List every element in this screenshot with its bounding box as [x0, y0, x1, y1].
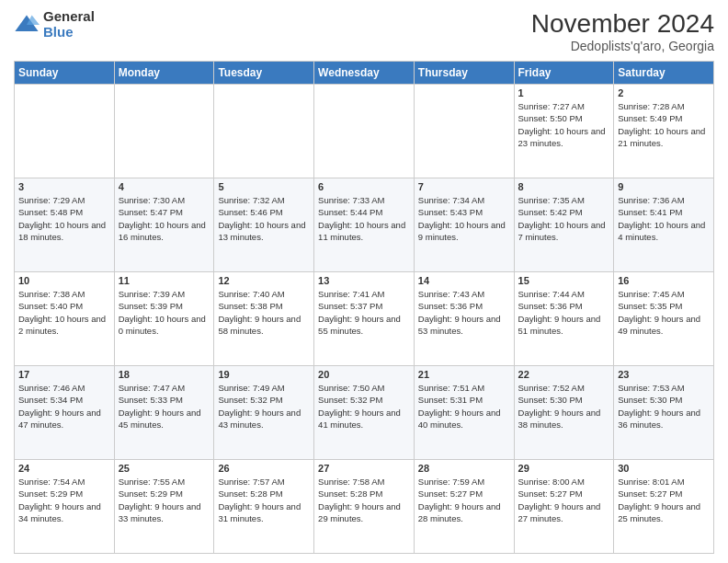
calendar-cell: [414, 85, 514, 178]
calendar-cell: 17Sunrise: 7:46 AM Sunset: 5:34 PM Dayli…: [15, 366, 115, 460]
day-info: Sunrise: 7:40 AM Sunset: 5:38 PM Dayligh…: [218, 288, 310, 337]
day-info: Sunrise: 7:47 AM Sunset: 5:33 PM Dayligh…: [119, 382, 210, 431]
calendar-cell: 13Sunrise: 7:41 AM Sunset: 5:37 PM Dayli…: [314, 272, 415, 366]
day-number: 3: [18, 181, 110, 192]
calendar-cell: 16Sunrise: 7:45 AM Sunset: 5:35 PM Dayli…: [614, 272, 714, 366]
day-number: 11: [119, 275, 210, 286]
day-info: Sunrise: 7:41 AM Sunset: 5:37 PM Dayligh…: [318, 288, 410, 337]
calendar-cell: [114, 85, 214, 178]
calendar-day-header: Sunday: [15, 62, 115, 85]
calendar-cell: 27Sunrise: 7:58 AM Sunset: 5:28 PM Dayli…: [314, 460, 415, 554]
location: Dedoplists'q'aro, Georgia: [531, 39, 714, 53]
day-info: Sunrise: 7:34 AM Sunset: 5:43 PM Dayligh…: [418, 194, 510, 243]
day-info: Sunrise: 7:54 AM Sunset: 5:29 PM Dayligh…: [18, 476, 110, 524]
day-info: Sunrise: 8:00 AM Sunset: 5:27 PM Dayligh…: [518, 476, 610, 524]
day-info: Sunrise: 7:27 AM Sunset: 5:50 PM Dayligh…: [518, 100, 610, 149]
calendar-cell: 15Sunrise: 7:44 AM Sunset: 5:36 PM Dayli…: [514, 272, 614, 366]
logo: General Blue: [14, 9, 95, 40]
day-number: 27: [318, 463, 410, 474]
logo-blue: Blue: [43, 25, 95, 40]
calendar-week-row: 24Sunrise: 7:54 AM Sunset: 5:29 PM Dayli…: [15, 460, 714, 554]
day-number: 23: [618, 369, 710, 380]
day-number: 24: [18, 463, 110, 474]
day-info: Sunrise: 7:58 AM Sunset: 5:28 PM Dayligh…: [318, 476, 410, 524]
day-number: 26: [218, 463, 310, 474]
day-info: Sunrise: 7:51 AM Sunset: 5:31 PM Dayligh…: [418, 382, 510, 431]
day-number: 21: [418, 369, 510, 380]
day-number: 8: [518, 181, 610, 192]
day-info: Sunrise: 7:28 AM Sunset: 5:49 PM Dayligh…: [618, 100, 710, 149]
day-info: Sunrise: 7:45 AM Sunset: 5:35 PM Dayligh…: [618, 288, 710, 337]
calendar-day-header: Monday: [114, 62, 214, 85]
day-info: Sunrise: 7:30 AM Sunset: 5:47 PM Dayligh…: [119, 194, 210, 243]
day-number: 29: [518, 463, 610, 474]
day-info: Sunrise: 7:49 AM Sunset: 5:32 PM Dayligh…: [218, 382, 310, 431]
day-number: 14: [418, 275, 510, 286]
calendar-cell: 19Sunrise: 7:49 AM Sunset: 5:32 PM Dayli…: [214, 366, 314, 460]
calendar-week-row: 10Sunrise: 7:38 AM Sunset: 5:40 PM Dayli…: [15, 272, 714, 366]
day-info: Sunrise: 7:33 AM Sunset: 5:44 PM Dayligh…: [318, 194, 410, 243]
day-info: Sunrise: 7:43 AM Sunset: 5:36 PM Dayligh…: [418, 288, 510, 337]
calendar-cell: 12Sunrise: 7:40 AM Sunset: 5:38 PM Dayli…: [214, 272, 314, 366]
calendar-cell: [214, 85, 314, 178]
calendar-day-header: Thursday: [414, 62, 514, 85]
day-info: Sunrise: 7:52 AM Sunset: 5:30 PM Dayligh…: [518, 382, 610, 431]
calendar-cell: 4Sunrise: 7:30 AM Sunset: 5:47 PM Daylig…: [114, 178, 214, 272]
calendar-cell: 11Sunrise: 7:39 AM Sunset: 5:39 PM Dayli…: [114, 272, 214, 366]
day-number: 13: [318, 275, 410, 286]
page: General Blue November 2024 Dedoplists'q'…: [0, 0, 728, 563]
calendar-cell: 2Sunrise: 7:28 AM Sunset: 5:49 PM Daylig…: [614, 85, 714, 178]
calendar-cell: 24Sunrise: 7:54 AM Sunset: 5:29 PM Dayli…: [15, 460, 115, 554]
calendar-cell: 1Sunrise: 7:27 AM Sunset: 5:50 PM Daylig…: [514, 85, 614, 178]
calendar-day-header: Saturday: [614, 62, 714, 85]
day-number: 2: [618, 87, 710, 98]
day-number: 25: [119, 463, 210, 474]
logo-text: General Blue: [43, 9, 95, 40]
calendar-cell: 9Sunrise: 7:36 AM Sunset: 5:41 PM Daylig…: [614, 178, 714, 272]
calendar-cell: 22Sunrise: 7:52 AM Sunset: 5:30 PM Dayli…: [514, 366, 614, 460]
day-info: Sunrise: 7:29 AM Sunset: 5:48 PM Dayligh…: [18, 194, 110, 243]
calendar-cell: 25Sunrise: 7:55 AM Sunset: 5:29 PM Dayli…: [114, 460, 214, 554]
day-info: Sunrise: 7:36 AM Sunset: 5:41 PM Dayligh…: [618, 194, 710, 243]
day-number: 30: [618, 463, 710, 474]
month-title: November 2024: [531, 9, 714, 39]
header: General Blue November 2024 Dedoplists'q'…: [14, 9, 714, 53]
day-info: Sunrise: 7:38 AM Sunset: 5:40 PM Dayligh…: [18, 288, 110, 337]
calendar-cell: 23Sunrise: 7:53 AM Sunset: 5:30 PM Dayli…: [614, 366, 714, 460]
calendar-day-header: Wednesday: [314, 62, 415, 85]
day-number: 19: [218, 369, 310, 380]
day-info: Sunrise: 7:39 AM Sunset: 5:39 PM Dayligh…: [119, 288, 210, 337]
calendar-cell: 7Sunrise: 7:34 AM Sunset: 5:43 PM Daylig…: [414, 178, 514, 272]
calendar-cell: 5Sunrise: 7:32 AM Sunset: 5:46 PM Daylig…: [214, 178, 314, 272]
day-number: 22: [518, 369, 610, 380]
calendar-table: SundayMondayTuesdayWednesdayThursdayFrid…: [14, 61, 714, 554]
day-info: Sunrise: 7:53 AM Sunset: 5:30 PM Dayligh…: [618, 382, 710, 431]
calendar-cell: 26Sunrise: 7:57 AM Sunset: 5:28 PM Dayli…: [214, 460, 314, 554]
day-info: Sunrise: 7:50 AM Sunset: 5:32 PM Dayligh…: [318, 382, 410, 431]
day-info: Sunrise: 7:46 AM Sunset: 5:34 PM Dayligh…: [18, 382, 110, 431]
calendar-cell: 3Sunrise: 7:29 AM Sunset: 5:48 PM Daylig…: [15, 178, 115, 272]
calendar-cell: [314, 85, 415, 178]
day-number: 10: [18, 275, 110, 286]
calendar-week-row: 17Sunrise: 7:46 AM Sunset: 5:34 PM Dayli…: [15, 366, 714, 460]
day-info: Sunrise: 7:35 AM Sunset: 5:42 PM Dayligh…: [518, 194, 610, 243]
day-info: Sunrise: 7:59 AM Sunset: 5:27 PM Dayligh…: [418, 476, 510, 524]
calendar-cell: 6Sunrise: 7:33 AM Sunset: 5:44 PM Daylig…: [314, 178, 415, 272]
calendar-day-header: Tuesday: [214, 62, 314, 85]
day-number: 28: [418, 463, 510, 474]
calendar-cell: 28Sunrise: 7:59 AM Sunset: 5:27 PM Dayli…: [414, 460, 514, 554]
day-number: 9: [618, 181, 710, 192]
day-info: Sunrise: 7:57 AM Sunset: 5:28 PM Dayligh…: [218, 476, 310, 524]
day-info: Sunrise: 7:44 AM Sunset: 5:36 PM Dayligh…: [518, 288, 610, 337]
calendar-cell: 30Sunrise: 8:01 AM Sunset: 5:27 PM Dayli…: [614, 460, 714, 554]
day-number: 15: [518, 275, 610, 286]
calendar-cell: 8Sunrise: 7:35 AM Sunset: 5:42 PM Daylig…: [514, 178, 614, 272]
day-number: 12: [218, 275, 310, 286]
calendar-cell: 29Sunrise: 8:00 AM Sunset: 5:27 PM Dayli…: [514, 460, 614, 554]
day-number: 17: [18, 369, 110, 380]
day-info: Sunrise: 7:32 AM Sunset: 5:46 PM Dayligh…: [218, 194, 310, 243]
calendar-cell: 14Sunrise: 7:43 AM Sunset: 5:36 PM Dayli…: [414, 272, 514, 366]
day-number: 1: [518, 87, 610, 98]
day-number: 6: [318, 181, 410, 192]
day-info: Sunrise: 8:01 AM Sunset: 5:27 PM Dayligh…: [618, 476, 710, 524]
